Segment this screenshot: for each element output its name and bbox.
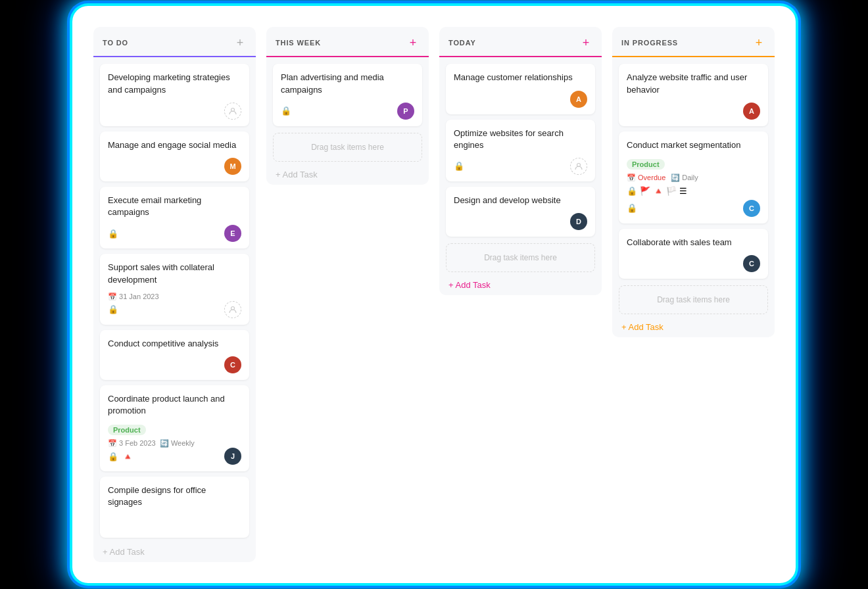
column-title: TO DO — [103, 39, 128, 47]
lock-icon: 🔒 — [108, 304, 118, 314]
card-footer: M — [108, 158, 241, 175]
card-footer: 🔒 — [454, 158, 587, 175]
card-right: C — [743, 200, 760, 217]
add-task-button[interactable]: + Add Task — [266, 164, 429, 185]
card-footer: C — [627, 255, 760, 272]
lock-icon: 🔒 — [108, 452, 118, 461]
board-container: TO DO+Developing marketing strategies an… — [72, 6, 796, 582]
card-title: Design and develop website — [454, 195, 587, 206]
card-left-icons: 🔒 — [454, 161, 464, 171]
task-card[interactable]: Manage customer relationshipsA — [446, 64, 595, 114]
mini-icon: 🚩 — [640, 186, 650, 196]
drag-zone: Drag task items here — [273, 133, 422, 162]
card-title: Optimize websites for search engines — [454, 128, 587, 151]
task-card[interactable]: Conduct competitive analysisC — [100, 330, 249, 380]
card-title: Support sales with collateral developmen… — [108, 262, 241, 285]
card-right: C — [743, 255, 760, 272]
column-header: TODAY+ — [439, 27, 602, 57]
column-todo: TO DO+Developing marketing strategies an… — [93, 27, 256, 561]
card-badge: Product — [108, 425, 146, 435]
card-right: J — [224, 448, 241, 465]
mini-icon: ☰ — [679, 186, 687, 196]
avatar-placeholder — [570, 158, 587, 175]
column-this-week: THIS WEEK+Plan advertising and media cam… — [266, 27, 429, 184]
card-footer: 🔒P — [281, 103, 414, 120]
card-left-icons: 🔒 — [627, 203, 637, 213]
task-card[interactable]: Compile designs for office signages — [100, 477, 249, 537]
card-title: Analyze website traffic and user behavio… — [627, 72, 760, 95]
task-card[interactable]: Support sales with collateral developmen… — [100, 254, 249, 324]
lock-icon: 🔒 — [627, 203, 637, 213]
add-task-button[interactable]: + Add Task — [612, 317, 775, 337]
card-right — [224, 103, 241, 120]
add-task-button[interactable]: + Add Task — [439, 275, 602, 295]
card-right: E — [224, 225, 241, 242]
task-card[interactable]: Manage and engage social mediaM — [100, 131, 249, 181]
card-footer: C — [108, 356, 241, 373]
priority-icon: 🔺 — [122, 452, 133, 461]
card-right: D — [570, 213, 587, 230]
card-right: P — [397, 103, 414, 120]
card-left-icons: 🔒 — [108, 304, 118, 314]
card-right — [570, 158, 587, 175]
daily-tag: 🔄 Daily — [671, 174, 698, 182]
column-add-button[interactable]: + — [752, 36, 765, 49]
card-footer: 🔒E — [108, 225, 241, 242]
column-add-button[interactable]: + — [406, 36, 420, 49]
card-footer: A — [627, 103, 760, 120]
task-card[interactable]: Developing marketing strategies and camp… — [100, 64, 249, 126]
add-task-button[interactable]: + Add Task — [93, 542, 256, 562]
lock-icon: 🔒 — [454, 161, 464, 171]
avatar-placeholder — [224, 103, 241, 120]
card-footer: 🔒C — [627, 200, 760, 217]
avatar-placeholder — [224, 301, 241, 318]
column-add-button[interactable]: + — [233, 36, 247, 49]
column-in-progress: IN PROGRESS+Analyze website traffic and … — [612, 27, 775, 337]
card-left-icons: 🔒 — [281, 106, 291, 116]
mini-icon: 🔒 — [627, 186, 637, 196]
card-title: Compile designs for office signages — [108, 484, 241, 508]
cards-list: Manage customer relationshipsAOptimize w… — [439, 57, 602, 241]
column-header: IN PROGRESS+ — [612, 27, 775, 57]
task-card[interactable]: Collaborate with sales teamC — [619, 229, 768, 279]
column-title: THIS WEEK — [276, 39, 321, 47]
overdue-tag: 📅 Overdue — [627, 174, 665, 182]
task-card[interactable]: Conduct market segmentationProduct📅 Over… — [619, 131, 768, 224]
task-card[interactable]: Optimize websites for search engines🔒 — [446, 120, 595, 181]
column-title: TODAY — [448, 39, 476, 47]
date-tag: 📅 3 Feb 2023 🔄 Weekly — [108, 439, 241, 448]
mini-icons-row: 🔒🚩🔺🏳️☰ — [627, 186, 760, 196]
card-title: Collaborate with sales team — [627, 237, 760, 248]
mini-icon: 🔺 — [653, 186, 663, 196]
task-card[interactable]: Plan advertising and media campaigns🔒P — [273, 64, 422, 126]
drag-zone: Drag task items here — [619, 285, 768, 314]
avatar: A — [743, 103, 760, 120]
column-header: TO DO+ — [93, 27, 256, 57]
cards-list: Analyze website traffic and user behavio… — [612, 57, 775, 283]
card-footer — [108, 103, 241, 120]
task-card[interactable]: Execute email marketing campaigns🔒E — [100, 187, 249, 248]
avatar: E — [224, 225, 241, 242]
task-card[interactable]: Analyze website traffic and user behavio… — [619, 64, 768, 126]
card-footer: 🔒🔺J — [108, 448, 241, 465]
lock-icon: 🔒 — [281, 106, 291, 116]
avatar: D — [570, 213, 587, 230]
card-title: Manage customer relationships — [454, 72, 587, 83]
cards-list: Developing marketing strategies and camp… — [93, 57, 256, 541]
avatar: J — [224, 448, 241, 465]
column-header: THIS WEEK+ — [266, 27, 429, 57]
card-footer: D — [454, 213, 587, 230]
drag-zone: Drag task items here — [446, 243, 595, 272]
column-title: IN PROGRESS — [621, 39, 678, 47]
task-card[interactable]: Coordinate product launch and promotionP… — [100, 385, 249, 471]
card-right: A — [570, 91, 587, 108]
avatar: C — [743, 200, 760, 217]
column-add-button[interactable]: + — [579, 36, 592, 49]
cards-list: Plan advertising and media campaigns🔒P — [266, 57, 429, 130]
card-title: Execute email marketing campaigns — [108, 195, 241, 218]
task-card[interactable]: Design and develop websiteD — [446, 187, 595, 237]
avatar: A — [570, 91, 587, 108]
card-right: C — [224, 356, 241, 373]
card-left-icons: 🔒🔺 — [108, 452, 133, 461]
mini-icon: 🏳️ — [666, 186, 677, 196]
